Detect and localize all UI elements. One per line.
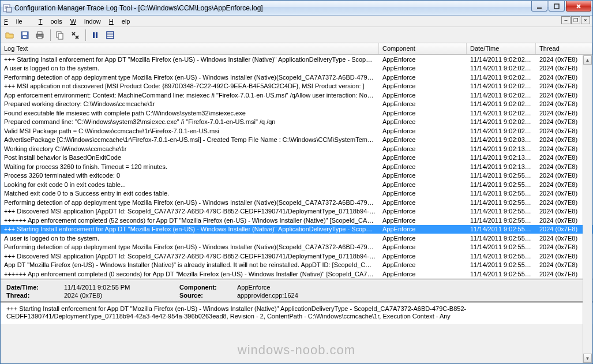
table-row[interactable]: +++ Starting Install enforcement for App… [1, 225, 592, 234]
table-row[interactable]: +++ Discovered MSI application [AppDT Id… [1, 207, 592, 216]
svg-rect-6 [554, 4, 559, 9]
scroll-up-icon[interactable]: ▲ [583, 55, 592, 65]
menubar: File Tools Window Help – ❐ × [1, 16, 592, 27]
cell-component: AppEnforce [379, 243, 467, 250]
cell-log: A user is logged on to the system. [1, 235, 379, 242]
cell-component: AppEnforce [379, 82, 467, 89]
cell-component: AppEnforce [379, 271, 467, 277]
grid-header: Log Text Component Date/Time Thread [1, 43, 592, 55]
cell-datetime: 11/14/2011 9:02:13 PM [467, 163, 536, 170]
cell-log: App enforcement environment: Context: Ma… [1, 92, 379, 99]
table-row[interactable]: ++++++ App enforcement completed (52 sec… [1, 216, 592, 225]
label-datetime: Date/Time: [6, 284, 64, 291]
table-row[interactable]: AdvertisePackage [C:\Windows\ccmcache\1r… [1, 136, 592, 145]
cell-log: +++ Starting Install enforcement for App… [1, 226, 379, 232]
log-rows[interactable]: +++ Starting Install enforcement for App… [1, 55, 592, 279]
table-row[interactable]: Prepared command line: "C:\Windows\syste… [1, 118, 592, 127]
cell-log: Prepared command line: "C:\Windows\syste… [1, 118, 379, 125]
detail-datetime: 11/14/2011 9:02:55 PM [64, 284, 179, 291]
window-buttons [531, 1, 592, 15]
cell-log: Prepared working directory: C:\Windows\c… [1, 100, 379, 107]
pause-icon[interactable] [88, 28, 102, 42]
table-row[interactable]: Waiting for process 3260 to finish. Time… [1, 162, 592, 171]
close-button[interactable] [566, 1, 591, 12]
table-row[interactable]: Performing detection of app deployment t… [1, 198, 592, 207]
table-row[interactable]: Process 3260 terminated with exitcode: 0… [1, 171, 592, 181]
cell-datetime: 11/14/2011 9:02:03 PM [467, 136, 536, 143]
cell-component: AppEnforce [379, 56, 467, 63]
minimize-button[interactable] [531, 1, 547, 12]
mdi-minimize-button[interactable]: – [561, 16, 571, 24]
vertical-scrollbar[interactable]: ▲ ▼ [583, 55, 592, 363]
label-component: Component: [179, 284, 237, 291]
column-datetime[interactable]: Date/Time [467, 43, 536, 54]
table-row[interactable]: App enforcement environment: Context: Ma… [1, 91, 592, 100]
svg-rect-17 [93, 32, 95, 38]
table-row[interactable]: Found executable file msiexec with compl… [1, 108, 592, 118]
cell-datetime: 11/14/2011 9:02:02 PM [467, 82, 536, 89]
table-row[interactable]: Working directory C:\Windows\ccmcache\1r… [1, 144, 592, 153]
table-row[interactable]: +++ Discovered MSI application [AppDT Id… [1, 252, 592, 261]
cell-datetime: 11/14/2011 9:02:02 PM [467, 118, 536, 125]
cell-datetime: 11/14/2011 9:02:55 PM [467, 181, 536, 188]
svg-rect-4 [6, 7, 12, 12]
cell-datetime: 11/14/2011 9:02:02 PM [467, 110, 536, 117]
column-log[interactable]: Log Text [1, 43, 379, 54]
table-row[interactable]: Performing detection of app deployment t… [1, 243, 592, 252]
label-thread: Thread: [6, 292, 64, 299]
cell-log: ++++++ App enforcement completed (0 seco… [1, 271, 379, 277]
table-row[interactable]: +++ Starting Install enforcement for App… [1, 55, 592, 64]
highlight-icon[interactable] [103, 28, 117, 42]
svg-rect-16 [58, 33, 63, 39]
menu-help[interactable]: Help [109, 18, 130, 25]
cell-component: AppEnforce [379, 253, 467, 260]
details-panel: Date/Time: 11/14/2011 9:02:55 PM Compone… [1, 280, 592, 301]
svg-rect-11 [23, 36, 27, 38]
cell-log: +++ Starting Install enforcement for App… [1, 56, 379, 63]
maximize-button[interactable] [549, 1, 565, 12]
print-icon[interactable] [33, 28, 47, 42]
cell-datetime: 11/14/2011 9:02:02 PM [467, 74, 536, 81]
menu-file[interactable]: File [4, 18, 31, 25]
table-row[interactable]: A user is logged on to the system.AppEnf… [1, 64, 592, 73]
svg-rect-14 [37, 36, 42, 39]
table-row[interactable]: Looking for exit code 0 in exit codes ta… [1, 180, 592, 189]
titlebar[interactable]: Configuration Manager Trace Log Tool - [… [1, 1, 592, 16]
svg-rect-13 [37, 32, 42, 34]
menu-window[interactable]: Window [70, 18, 101, 25]
table-row[interactable]: Valid MSI Package path = C:\Windows\ccmc… [1, 126, 592, 136]
cell-log: Looking for exit code 0 in exit codes ta… [1, 181, 379, 188]
mdi-restore-button[interactable]: ❐ [571, 16, 580, 24]
cell-datetime: 11/14/2011 9:02:55 PM [467, 226, 536, 232]
cell-datetime: 11/14/2011 9:02:55 PM [467, 190, 536, 197]
table-row[interactable]: Post install behavior is BasedOnExitCode… [1, 153, 592, 163]
column-component[interactable]: Component [379, 43, 467, 54]
open-icon[interactable] [3, 28, 17, 42]
table-row[interactable]: Matched exit code 0 to a Success entry i… [1, 189, 592, 198]
column-thread[interactable]: Thread [536, 43, 592, 54]
table-row[interactable]: A user is logged on to the system.AppEnf… [1, 234, 592, 243]
find-icon[interactable] [68, 28, 82, 42]
details-body[interactable]: +++ Starting Install enforcement for App… [1, 302, 592, 324]
copy-icon[interactable] [53, 28, 67, 42]
table-row[interactable]: Prepared working directory: C:\Windows\c… [1, 100, 592, 109]
cell-component: AppEnforce [379, 163, 467, 170]
cell-log: Matched exit code 0 to a Success entry i… [1, 190, 379, 197]
cell-log: Performing detection of app deployment t… [1, 243, 379, 250]
table-row[interactable]: Performing detection of app deployment t… [1, 73, 592, 82]
save-icon[interactable] [18, 28, 32, 42]
mdi-close-button[interactable]: × [581, 16, 590, 24]
cell-component: AppEnforce [379, 118, 467, 125]
cell-log: AdvertisePackage [C:\Windows\ccmcache\1r… [1, 136, 379, 143]
table-row[interactable]: ++++++ App enforcement completed (0 seco… [1, 269, 592, 279]
menu-tools[interactable]: Tools [39, 18, 62, 25]
table-row[interactable]: App DT "Mozilla Firefox (en-US) - Window… [1, 261, 592, 270]
cell-datetime: 11/14/2011 9:02:55 PM [467, 243, 536, 250]
cell-datetime: 11/14/2011 9:02:55 PM [467, 271, 536, 277]
cell-log: Valid MSI Package path = C:\Windows\ccmc… [1, 127, 379, 134]
cell-component: AppEnforce [379, 235, 467, 242]
cell-component: AppEnforce [379, 226, 467, 232]
cell-component: AppEnforce [379, 181, 467, 188]
table-row[interactable]: +++ MSI application not discovered [MSI … [1, 82, 592, 91]
scroll-down-icon[interactable]: ▼ [583, 354, 592, 363]
